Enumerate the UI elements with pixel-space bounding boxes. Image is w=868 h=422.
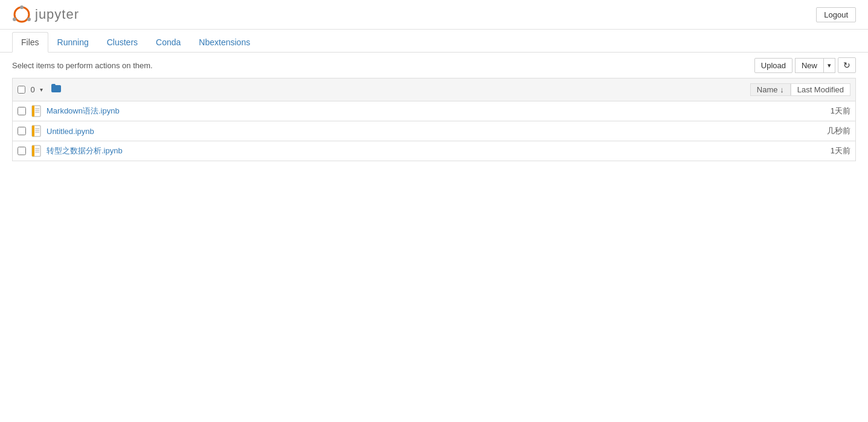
- tab-conda[interactable]: Conda: [147, 32, 190, 53]
- logout-button[interactable]: Logout: [816, 7, 856, 22]
- select-hint: Select items to perform actions on them.: [12, 61, 153, 70]
- jupyter-logo-icon: [12, 5, 31, 24]
- notebook-icon: [31, 125, 43, 137]
- file-rows: Markdown语法.ipynb 1天前 Untitled.ipynb 几秒前: [12, 101, 856, 161]
- new-button[interactable]: New: [795, 58, 823, 73]
- svg-rect-15: [32, 145, 34, 156]
- folder-icon: [50, 82, 62, 94]
- upload-button[interactable]: Upload: [754, 58, 792, 73]
- notebook-icon: [31, 145, 43, 157]
- new-folder-button[interactable]: [48, 82, 65, 97]
- svg-rect-10: [32, 126, 34, 136]
- table-row: Markdown语法.ipynb 1天前: [13, 101, 855, 121]
- file-modified: 1天前: [802, 106, 850, 117]
- new-dropdown-button[interactable]: ▾: [823, 58, 835, 73]
- file-checkbox[interactable]: [18, 147, 26, 155]
- tab-running[interactable]: Running: [48, 32, 98, 53]
- file-list-container: 0 ▾ Name ↓ Last Modified: [0, 78, 868, 161]
- select-all-checkbox[interactable]: [18, 86, 25, 94]
- sort-by-name-button[interactable]: Name ↓: [750, 83, 791, 96]
- file-modified: 几秒前: [802, 126, 850, 136]
- app-logo-text: jupyter: [35, 7, 79, 22]
- refresh-button[interactable]: ↻: [838, 57, 856, 73]
- table-row: Untitled.ipynb 几秒前: [13, 121, 855, 141]
- checkbox-area: 0 ▾: [18, 85, 43, 94]
- tabs-bar: Files Running Clusters Conda Nbextension…: [0, 32, 868, 53]
- column-headers: Name ↓ Last Modified: [750, 83, 850, 96]
- select-dropdown-arrow[interactable]: ▾: [40, 86, 43, 93]
- file-checkbox[interactable]: [18, 107, 26, 115]
- file-modified: 1天前: [802, 145, 850, 156]
- file-name-link[interactable]: 转型之数据分析.ipynb: [47, 145, 802, 156]
- header: jupyter Logout: [0, 0, 868, 30]
- new-button-group: New ▾: [795, 58, 835, 73]
- svg-point-3: [13, 18, 16, 21]
- logo-area: jupyter: [12, 5, 79, 24]
- svg-point-0: [14, 7, 29, 22]
- file-list-header-row: 0 ▾ Name ↓ Last Modified: [12, 78, 856, 101]
- svg-rect-5: [32, 106, 34, 117]
- toolbar: Select items to perform actions on them.…: [0, 53, 868, 78]
- sort-by-modified-button[interactable]: Last Modified: [791, 83, 850, 96]
- tab-clusters[interactable]: Clusters: [98, 32, 147, 53]
- tab-files[interactable]: Files: [12, 32, 48, 53]
- table-row: 转型之数据分析.ipynb 1天前: [13, 141, 855, 161]
- file-name-link[interactable]: Markdown语法.ipynb: [47, 106, 802, 117]
- svg-point-2: [27, 18, 31, 21]
- svg-point-1: [20, 5, 24, 9]
- file-name-link[interactable]: Untitled.ipynb: [47, 127, 802, 136]
- notebook-icon: [31, 105, 43, 117]
- file-checkbox[interactable]: [18, 127, 26, 135]
- select-count: 0: [28, 85, 37, 94]
- toolbar-actions: Upload New ▾ ↻: [754, 57, 856, 73]
- tab-nbextensions[interactable]: Nbextensions: [190, 32, 259, 53]
